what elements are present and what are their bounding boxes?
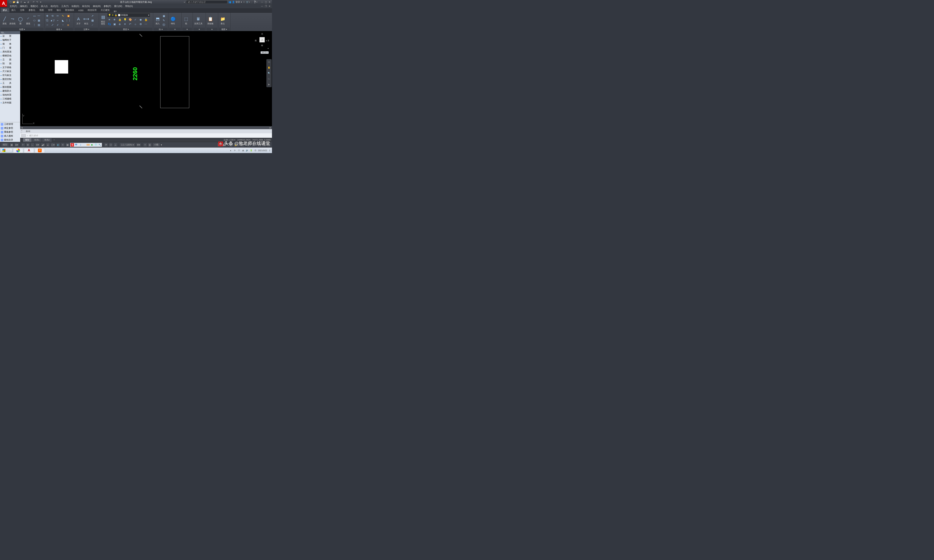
help-icon[interactable]: ❔▾ [253, 1, 257, 3]
ime-softkbd-icon[interactable]: ⌨ [86, 143, 90, 146]
panel-annotation-title[interactable]: 注释 ▾ [75, 28, 98, 31]
tray-network-icon[interactable]: 🖧 [242, 149, 245, 152]
ime-punct-icon[interactable]: ， [82, 143, 86, 146]
qat-save-icon[interactable]: 💾 [16, 0, 19, 3]
palette-item-section[interactable]: ▸剖 面 [0, 62, 20, 66]
nav-zoom-icon[interactable]: 🔍 [267, 71, 271, 75]
tray-volume-icon[interactable]: 🔊 [246, 149, 249, 152]
table-icon[interactable]: ▦ [90, 18, 94, 22]
panel-utilities-title[interactable]: ▾ [194, 28, 205, 31]
start-button[interactable]: 开始 [1, 148, 12, 152]
palette-item-text[interactable]: ▸文字表格 [0, 66, 20, 69]
sb-isolate-icon[interactable]: ◉▾ [240, 143, 245, 147]
laythw-icon[interactable]: ☼ [133, 22, 137, 26]
palette-bind-xref[interactable]: 绑定参照 [0, 126, 20, 130]
sb-infer-icon[interactable]: ⊢ [21, 143, 25, 147]
palette-item-site[interactable]: ▸场地布置 [0, 93, 20, 97]
taskbar-app-autocad[interactable]: A [24, 148, 34, 153]
tab-layout2[interactable]: 布局2 [42, 138, 52, 142]
clipboard-button[interactable]: 📋剪贴板 [207, 16, 214, 25]
command-input[interactable]: 键入命令 [29, 134, 271, 137]
wcs-badge[interactable]: WCS ▾ [260, 51, 269, 54]
layoff-icon[interactable]: 💡 [123, 17, 127, 22]
layfrz-icon[interactable]: ❄ [113, 17, 117, 22]
palette-item-dim[interactable]: ▸尺寸标注 [0, 69, 20, 73]
sb-grid-icon[interactable]: ▦ [9, 143, 14, 147]
menu-insert[interactable]: 插入(I) [39, 4, 49, 8]
sb-3dosnap-icon[interactable]: ◐ [56, 143, 60, 147]
mirror-icon[interactable]: ▲▽ [51, 18, 54, 22]
login-button[interactable]: 登录 [236, 0, 240, 4]
palette-reload-xref[interactable]: 重载参照 [0, 130, 20, 134]
palette-item-tools[interactable]: ▸工 具 [0, 81, 20, 85]
menu-format[interactable]: 格式(O) [49, 4, 60, 8]
stretch-icon[interactable]: ↔ [45, 23, 49, 27]
sb-otrack-icon[interactable]: ∠ [46, 143, 50, 147]
tab-addins[interactable]: 附加模块 [63, 8, 76, 12]
sb-clean-icon[interactable]: ▭ [251, 143, 255, 147]
tray-shield-icon[interactable]: 🛡 [237, 149, 240, 152]
view-cube[interactable]: 北 西 ▸ 东 上 南 ▾ [256, 33, 269, 49]
app-menu-button[interactable]: A [0, 0, 7, 7]
laycur-icon[interactable]: ✓ [133, 17, 137, 22]
menu-modify[interactable]: 修改(M) [91, 4, 102, 8]
layvpi-icon[interactable]: ▣ [113, 22, 117, 26]
sb-menu-icon[interactable]: ≡ [267, 143, 271, 147]
close-button[interactable]: ✕ [268, 0, 271, 3]
sb-annoscale-icon[interactable]: |‖ [148, 143, 152, 147]
doc-minimize-button[interactable]: — [260, 5, 264, 8]
tab-parametric[interactable]: 参数化 [26, 8, 37, 12]
rotate-icon[interactable]: ⟲ [51, 14, 54, 18]
scroll-right-icon[interactable]: ▶ [269, 126, 272, 129]
fillet-icon[interactable]: ⌐ [55, 18, 60, 22]
palette-item-symbol[interactable]: ▸符号标注 [0, 73, 20, 77]
ellipse-icon[interactable]: ⬭ [32, 18, 36, 22]
region-icon[interactable]: ▤ [37, 23, 41, 27]
tray-expand-icon[interactable]: ▴ [229, 149, 232, 152]
sb-decimal-display[interactable]: 小数 [153, 143, 160, 147]
cmd-close-icon[interactable]: ✕⌂ [21, 129, 22, 134]
tab-annotate[interactable]: 注释 [18, 8, 26, 12]
utilities-button[interactable]: 🖩实用工具 [194, 16, 203, 25]
laymch-icon[interactable]: 🎨 [128, 17, 132, 22]
ime-tool-icon[interactable]: 🔧 [98, 143, 102, 146]
array-icon[interactable]: ⋮⋮ [66, 18, 70, 22]
laylck-icon[interactable]: 🔒 [118, 17, 122, 22]
sb-transparency-icon[interactable]: ▦ [65, 143, 69, 147]
layer-properties-button[interactable]: ▤图层 特性 [100, 14, 106, 25]
ime-face-icon[interactable]: ☻ [90, 143, 94, 146]
layer-more-icon[interactable]: ⋯ [144, 22, 148, 26]
menu-edit[interactable]: 编辑(E) [18, 4, 29, 8]
nav-orbit-icon[interactable]: ⭮ [267, 77, 271, 81]
menu-tools[interactable]: 工具(T) [60, 4, 70, 8]
menu-param[interactable]: 参数(P) [102, 4, 113, 8]
palette-item-room[interactable]: ▸房间屋顶 [0, 50, 20, 54]
panel-modify-title[interactable]: 修改 ▾ [45, 28, 73, 31]
sb-ws-icon[interactable]: 🖥 [217, 143, 221, 147]
menu-file[interactable]: 文件(F) [8, 4, 18, 8]
sb-polar-icon[interactable]: ⊛▾ [35, 143, 40, 147]
qat-plot-icon[interactable]: 🖨 [27, 0, 30, 3]
panel-view-title[interactable]: 视图 ▾ [219, 28, 230, 31]
login-dropdown-icon[interactable]: ▾ [241, 1, 242, 3]
panel-group-title[interactable]: ▾ [182, 28, 192, 31]
laydel-icon[interactable]: ✕ [123, 22, 127, 26]
move-icon[interactable]: ✥ [45, 14, 49, 18]
viewcube-north[interactable]: 北 [261, 33, 263, 35]
panel-draw-title[interactable]: 绘图 ▾ [1, 28, 43, 31]
menu-dim[interactable]: 标注(N) [81, 4, 91, 8]
create-block-icon[interactable]: ▣ [162, 14, 166, 18]
menu-help[interactable]: 帮助(H) [124, 4, 134, 8]
sb-monitor-icon[interactable]: ▣▾ [222, 143, 227, 147]
palette-sheet-index[interactable]: 图纸目录 [0, 138, 20, 142]
qat-cloud-icon[interactable]: ☁ [23, 0, 26, 3]
qat-redo-icon[interactable]: ↷ [36, 0, 39, 3]
tray-battery-icon[interactable]: 🔋 [250, 149, 253, 152]
circle-button[interactable]: ◯圆 [17, 16, 24, 25]
palette-item-elevation[interactable]: ▸立 面 [0, 58, 20, 62]
hatch-icon[interactable]: ▦ [37, 18, 41, 22]
scroll-left-icon[interactable]: ◀ [20, 126, 23, 129]
ime-moon-icon[interactable]: ☽ [79, 143, 82, 146]
menu-window[interactable]: 窗口(W) [113, 4, 124, 8]
sb-customize-icon[interactable]: ⚙ [257, 143, 262, 147]
